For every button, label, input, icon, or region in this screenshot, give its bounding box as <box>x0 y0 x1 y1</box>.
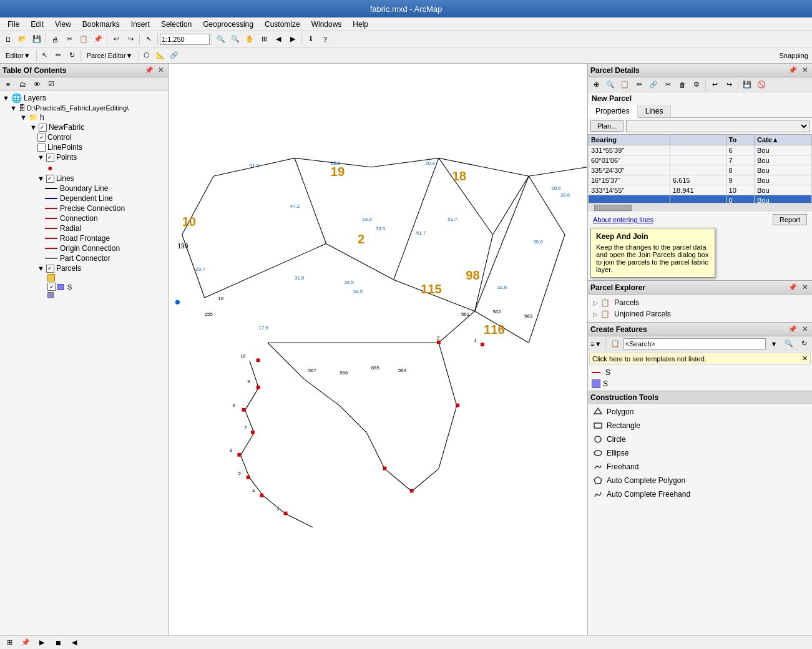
zoom-full-btn[interactable]: ⊞ <box>257 32 271 46</box>
table-row[interactable]: 16°15'37" 6.615 9 Bou <box>589 175 812 185</box>
save-btn[interactable]: 💾 <box>30 32 44 46</box>
pd-tool5[interactable]: 🔗 <box>647 78 660 92</box>
rotate-tool[interactable]: ↻ <box>66 49 79 62</box>
ct-ellipse[interactable]: Ellipse <box>590 446 810 460</box>
parcel-editor-btn[interactable]: Parcel Editor▼ <box>82 49 137 62</box>
cf-notice-close[interactable]: ✕ <box>802 354 808 363</box>
zoom-in-btn[interactable]: 🔍 <box>214 32 228 46</box>
menu-view[interactable]: View <box>50 19 76 30</box>
toc-connection[interactable]: Connection <box>0 213 168 223</box>
sketch-tool[interactable]: ✏ <box>52 49 66 62</box>
pd-tool2[interactable]: 🔍 <box>604 78 617 92</box>
pd-tool3[interactable]: 📋 <box>618 78 632 92</box>
print-btn[interactable]: 🖨 <box>48 32 62 46</box>
control-checkbox[interactable] <box>37 134 46 142</box>
table-scroll[interactable]: Bearing To Cate▲ 331°55'39" 6 <box>588 134 812 203</box>
zoom-out-btn[interactable]: 🔍 <box>228 32 242 46</box>
table-row[interactable]: 333°14'55" 18.941 10 Bou <box>589 185 812 195</box>
newfabric-checkbox[interactable] <box>39 124 47 132</box>
parcel-tool2[interactable]: 📐 <box>154 49 167 62</box>
tab-properties[interactable]: Properties <box>588 105 638 118</box>
status-grid-icon[interactable]: ⊞ <box>2 636 16 650</box>
parcel-tool1[interactable]: ⬡ <box>140 49 154 62</box>
cf-search-input[interactable] <box>624 338 766 349</box>
select-btn[interactable]: ↖ <box>142 32 155 46</box>
pd-tool6[interactable]: ✂ <box>661 78 675 92</box>
open-btn[interactable]: 📂 <box>16 32 29 46</box>
parcel-tool3[interactable]: 🔗 <box>167 49 181 62</box>
status-play-icon[interactable]: ▶ <box>35 636 49 650</box>
ct-polygon[interactable]: Polygon <box>590 405 810 419</box>
pd-tool10[interactable]: ↪ <box>722 78 736 92</box>
toc-dependent-line[interactable]: Dependent Line <box>0 193 168 203</box>
lines-checkbox[interactable] <box>46 175 54 183</box>
pd-tool7[interactable]: 🗑 <box>675 78 689 92</box>
table-row[interactable]: 335°24'30" 8 Bou <box>589 165 812 175</box>
menu-help[interactable]: Help <box>348 19 373 30</box>
scale-input[interactable] <box>160 34 210 45</box>
linepoints-checkbox[interactable] <box>37 144 46 152</box>
menu-selection[interactable]: Selection <box>156 19 197 30</box>
menu-insert[interactable]: Insert <box>126 19 155 30</box>
toc-road-frontage[interactable]: Road Frontage <box>0 233 168 243</box>
status-stop-icon[interactable]: ⏹ <box>51 636 65 650</box>
identify-btn[interactable]: ℹ <box>304 32 318 46</box>
ct-freehand[interactable]: Freehand <box>590 460 810 474</box>
table-row[interactable]: 60°01'06" 7 Bou <box>589 155 812 165</box>
toc-poly3[interactable] <box>0 291 168 299</box>
menu-geoprocessing[interactable]: Geoprocessing <box>198 19 258 30</box>
toc-linepoints[interactable]: LinePoints <box>0 142 168 152</box>
explorer-close-icon[interactable]: ✕ <box>800 283 810 293</box>
template-s-line[interactable]: S <box>590 367 810 378</box>
pd-tool11[interactable]: 💾 <box>740 78 754 92</box>
toc-newfabric[interactable]: ▼ NewFabric <box>0 122 168 132</box>
toc-origin-conn[interactable]: Origin Connection <box>0 243 168 253</box>
toc-radial[interactable]: Radial <box>0 223 168 233</box>
toc-part-connector[interactable]: Part Connector <box>0 253 168 263</box>
edit-tool[interactable]: ↖ <box>38 49 52 62</box>
cf-refresh-btn[interactable]: ↻ <box>797 337 811 351</box>
copy-btn[interactable]: 📋 <box>77 32 90 46</box>
toc-list-btn[interactable]: ≡ <box>1 77 15 91</box>
menu-windows[interactable]: Windows <box>306 19 347 30</box>
cf-tool1[interactable]: ≡▼ <box>589 337 603 351</box>
menu-file[interactable]: File <box>2 19 24 30</box>
toc-source-btn[interactable]: 🗂 <box>16 77 29 91</box>
cf-close-icon[interactable]: ✕ <box>800 324 810 334</box>
toc-precise-conn[interactable]: Precise Connection <box>0 203 168 213</box>
ct-circle[interactable]: Circle <box>590 432 810 446</box>
toc-select-btn[interactable]: ☑ <box>44 77 58 91</box>
cut-btn[interactable]: ✂ <box>62 32 76 46</box>
toc-close-icon[interactable]: ✕ <box>155 66 165 76</box>
map-area[interactable]: 19 2 18 115 98 116 10 190 31.2 22.5 20.9… <box>169 64 587 635</box>
parcel-select[interactable] <box>626 120 810 132</box>
pd-tool8[interactable]: ⚙ <box>690 78 703 92</box>
new-btn[interactable]: 🗋 <box>1 32 15 46</box>
toc-parcels[interactable]: ▼ Parcels <box>0 263 168 273</box>
paste-btn[interactable]: 📌 <box>91 32 105 46</box>
toc-pin-icon[interactable]: 📌 <box>144 66 154 76</box>
toc-lines[interactable]: ▼ Lines <box>0 173 168 183</box>
status-pin-icon[interactable]: 📌 <box>19 636 32 650</box>
ct-auto-polygon[interactable]: Auto Complete Polygon <box>590 474 810 487</box>
table-row[interactable]: 331°55'39" 6 Bou <box>589 145 812 155</box>
zoom-next-btn[interactable]: ▶ <box>286 32 300 46</box>
menu-edit[interactable]: Edit <box>26 19 49 30</box>
explorer-unjoined[interactable]: ▷ 📋 Unjoined Parcels <box>590 308 810 320</box>
toc-layers-root[interactable]: ▼ 🌐 Layers <box>0 92 168 104</box>
pd-tool9[interactable]: ↩ <box>708 78 722 92</box>
toc-poly1[interactable] <box>0 273 168 282</box>
toc-boundary-line[interactable]: Boundary Line <box>0 183 168 193</box>
horizontal-scrollbar[interactable] <box>588 203 812 212</box>
cf-tool2[interactable]: 📋 <box>609 337 622 351</box>
explorer-pin-icon[interactable]: 📌 <box>788 283 798 293</box>
editor-btn[interactable]: Editor▼ <box>1 49 35 62</box>
explorer-parcels[interactable]: ▷ 📋 Parcels <box>590 297 810 308</box>
pan-btn[interactable]: ✋ <box>243 32 257 46</box>
ct-rectangle[interactable]: Rectangle <box>590 419 810 432</box>
s-checkbox[interactable] <box>47 283 56 291</box>
report-button[interactable]: Report <box>773 214 807 225</box>
zoom-prev-btn[interactable]: ◀ <box>271 32 285 46</box>
cf-search-btn[interactable]: ▼ <box>767 337 781 351</box>
toc-h-folder[interactable]: ▼ 📁 h <box>0 112 168 122</box>
